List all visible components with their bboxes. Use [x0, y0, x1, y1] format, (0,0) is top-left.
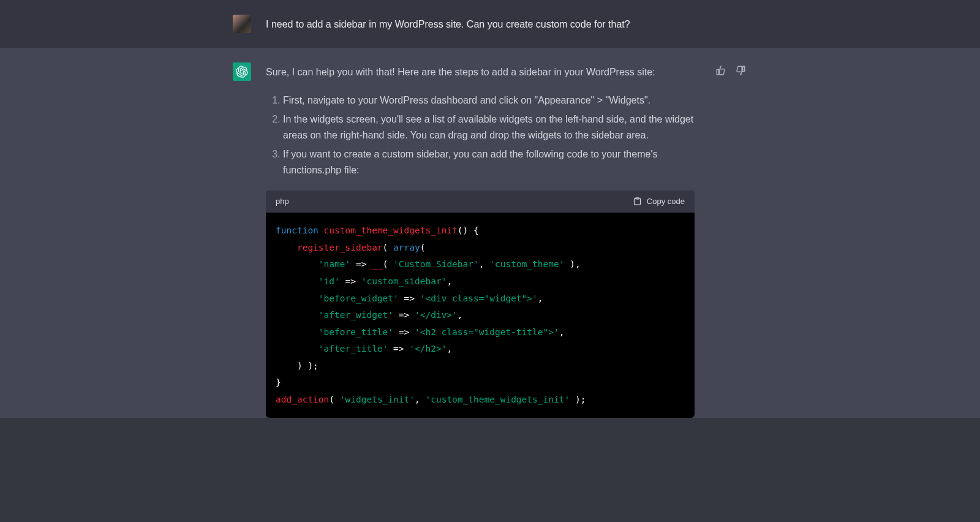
step-item: First, navigate to your WordPress dashbo…: [283, 93, 695, 108]
code-token: 'widgets_init': [340, 395, 415, 404]
code-header: php Copy code: [266, 191, 695, 213]
thumbs-up-icon: [715, 65, 726, 76]
step-item: In the widgets screen, you'll see a list…: [283, 112, 695, 143]
assistant-intro: Sure, I can help you with that! Here are…: [266, 64, 695, 80]
steps-list: First, navigate to your WordPress dashbo…: [266, 93, 695, 178]
thumbs-up-button[interactable]: [714, 64, 728, 77]
code-token: 'Custom Sidebar': [393, 259, 479, 269]
code-token: (: [383, 259, 393, 269]
user-message-row: I need to add a sidebar in my WordPress …: [0, 0, 980, 48]
code-token: ,: [538, 293, 543, 303]
code-token: function: [276, 225, 318, 235]
feedback-buttons: [714, 64, 747, 418]
assistant-message-body: Sure, I can help you with that! Here are…: [266, 62, 695, 418]
code-token: '</div>': [415, 310, 458, 320]
code-token: (: [383, 243, 393, 252]
code-token: ,: [415, 395, 425, 404]
code-lang-label: php: [276, 195, 289, 208]
code-token: 'before_widget': [318, 293, 399, 303]
code-token: 'after_widget': [318, 310, 393, 320]
copy-code-button[interactable]: Copy code: [633, 195, 685, 208]
code-token: '</h2>': [409, 344, 447, 354]
code-block: php Copy code function custom_theme_widg…: [266, 191, 695, 418]
assistant-avatar: [233, 62, 251, 81]
code-token: =>: [393, 310, 415, 320]
code-token: 'id': [318, 276, 340, 286]
assistant-message: Sure, I can help you with that! Here are…: [233, 62, 747, 418]
code-token: __: [372, 259, 382, 269]
code-token: '<h2 class="widget-title">': [415, 327, 559, 337]
code-token: ),: [564, 259, 580, 269]
code-token: =>: [388, 344, 409, 354]
code-token: =>: [340, 276, 361, 286]
code-token: (: [420, 243, 426, 252]
code-token: =>: [393, 327, 415, 337]
step-item: If you want to create a custom sidebar, …: [283, 146, 695, 178]
code-token: () {: [458, 225, 479, 235]
copy-code-label: Copy code: [647, 195, 685, 208]
openai-logo-icon: [236, 66, 248, 78]
clipboard-icon: [633, 197, 642, 206]
thumbs-down-button[interactable]: [734, 64, 747, 77]
code-token: [276, 259, 318, 269]
code-token: '<div class="widget">': [420, 293, 538, 303]
code-token: register_sidebar: [297, 243, 383, 252]
user-avatar: [233, 15, 251, 33]
code-token: ,: [447, 276, 452, 286]
code-token: ,: [447, 344, 452, 354]
code-token: }: [276, 377, 281, 387]
code-token: 'custom_sidebar': [361, 276, 447, 286]
code-token: 'after_title': [318, 344, 388, 354]
code-token: ) );: [276, 361, 318, 371]
code-token: array: [393, 243, 420, 252]
code-token: (: [329, 395, 339, 404]
code-token: [276, 293, 318, 303]
code-token: 'custom_theme': [489, 259, 564, 269]
thumbs-down-icon: [735, 65, 746, 76]
code-token: add_action: [276, 395, 329, 404]
code-token: ,: [458, 310, 463, 320]
code-token: =>: [399, 293, 420, 303]
code-token: custom_theme_widgets_init: [324, 225, 458, 235]
user-message: I need to add a sidebar in my WordPress …: [233, 15, 747, 33]
code-token: [318, 225, 324, 235]
svg-rect-0: [636, 198, 639, 199]
code-token: [276, 243, 297, 252]
code-token: 'custom_theme_widgets_init': [425, 395, 570, 404]
code-token: [276, 276, 318, 286]
code-token: [276, 327, 318, 337]
code-body[interactable]: function custom_theme_widgets_init() { r…: [266, 213, 695, 418]
assistant-message-row: Sure, I can help you with that! Here are…: [0, 48, 980, 418]
code-token: [276, 344, 318, 354]
code-token: ,: [479, 259, 489, 269]
code-token: =>: [350, 259, 372, 269]
code-token: ,: [559, 327, 565, 337]
code-token: [276, 310, 318, 320]
user-message-text: I need to add a sidebar in my WordPress …: [266, 15, 747, 33]
code-token: );: [570, 395, 586, 404]
code-token: 'before_title': [318, 327, 393, 337]
code-token: 'name': [318, 259, 350, 269]
